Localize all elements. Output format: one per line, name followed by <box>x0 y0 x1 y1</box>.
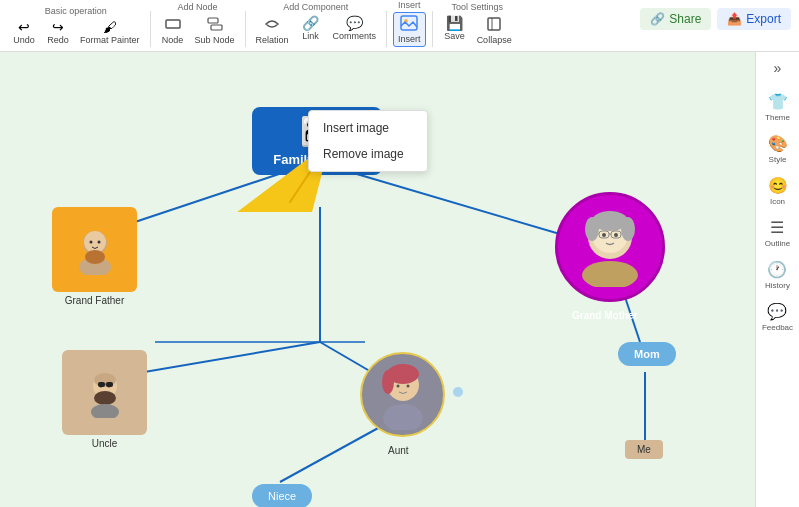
divider-1 <box>150 11 151 47</box>
svg-point-26 <box>621 217 635 241</box>
top-right-actions: 🔗 Share 📤 Export <box>640 8 791 30</box>
insert-image-item[interactable]: Insert image <box>309 115 427 141</box>
undo-button[interactable]: ↩ Undo <box>8 18 40 47</box>
sidebar-item-icon[interactable]: 😊 Icon <box>768 176 788 206</box>
node-icon <box>165 16 181 34</box>
group-label-insert: Insert <box>398 0 421 10</box>
comments-label: Comments <box>333 31 377 41</box>
insert-dropdown-menu: Insert image Remove image <box>308 110 428 172</box>
history-icon: 🕐 <box>767 260 787 279</box>
link-button[interactable]: 🔗 Link <box>295 14 327 47</box>
insert-label: Insert <box>398 34 421 44</box>
undo-icon: ↩ <box>18 20 30 34</box>
niece-label: Niece <box>268 490 296 502</box>
toolbar-group-toolsettings: Tool Settings 💾 Save Collapse <box>439 2 516 47</box>
grandfather-avatar <box>70 225 120 275</box>
share-button[interactable]: 🔗 Share <box>640 8 711 30</box>
subnode-button[interactable]: Sub Node <box>191 14 239 47</box>
save-label: Save <box>444 31 465 41</box>
svg-rect-38 <box>98 382 105 387</box>
svg-rect-2 <box>211 25 222 30</box>
feedback-icon: 💬 <box>767 302 787 321</box>
group-label-addnode: Add Node <box>178 2 218 12</box>
uncle-node[interactable]: Uncle <box>62 350 147 449</box>
niece-node[interactable]: Niece <box>252 484 312 507</box>
svg-line-14 <box>280 427 380 482</box>
redo-label: Redo <box>47 35 69 45</box>
share-icon: 🔗 <box>650 12 665 26</box>
node-button[interactable]: Node <box>157 14 189 47</box>
toolbar: Basic operation ↩ Undo ↪ Redo 🖌 Format P… <box>0 0 799 52</box>
mom-node[interactable]: Mom <box>618 342 676 366</box>
insert-button[interactable]: Insert <box>393 12 426 47</box>
history-label: History <box>765 281 790 290</box>
svg-point-35 <box>94 391 116 405</box>
relation-label: Relation <box>256 35 289 45</box>
sidebar-item-outline[interactable]: ☰ Outline <box>765 218 790 248</box>
export-button[interactable]: 📤 Export <box>717 8 791 30</box>
sidebar-item-history[interactable]: 🕐 History <box>765 260 790 290</box>
collapse-button[interactable]: Collapse <box>473 14 516 47</box>
icon-label: Icon <box>770 197 785 206</box>
right-sidebar: » 👕 Theme 🎨 Style 😊 Icon ☰ Outline 🕐 His… <box>755 52 799 507</box>
sidebar-chevron[interactable]: » <box>774 60 782 76</box>
divider-2 <box>245 11 246 47</box>
svg-point-25 <box>585 217 599 241</box>
sidebar-item-feedback[interactable]: 💬 Feedbac <box>762 302 793 332</box>
toolbar-group-addnode: Add Node Node Sub Node <box>157 2 239 47</box>
sidebar-item-style[interactable]: 🎨 Style <box>768 134 788 164</box>
svg-point-46 <box>406 384 409 387</box>
save-button[interactable]: 💾 Save <box>439 14 471 47</box>
redo-button[interactable]: ↪ Redo <box>42 18 74 47</box>
insert-image-icon <box>400 15 418 33</box>
style-label: Style <box>769 155 787 164</box>
link-icon: 🔗 <box>302 16 319 30</box>
feedback-label: Feedbac <box>762 323 793 332</box>
uncle-label: Uncle <box>92 438 118 449</box>
svg-rect-0 <box>166 20 180 28</box>
remove-image-item[interactable]: Remove image <box>309 141 427 167</box>
svg-point-20 <box>89 240 92 243</box>
share-label: Share <box>669 12 701 26</box>
save-icon: 💾 <box>446 16 463 30</box>
group-label-toolsettings: Tool Settings <box>451 2 503 12</box>
redo-icon: ↪ <box>52 20 64 34</box>
svg-point-18 <box>84 231 106 253</box>
svg-rect-5 <box>488 18 500 30</box>
toolbar-group-addcomponent: Add Component Relation 🔗 Link 💬 Comments <box>252 2 381 47</box>
svg-line-8 <box>350 172 570 237</box>
theme-label: Theme <box>765 113 790 122</box>
divider-4 <box>432 11 433 47</box>
group-label-basic: Basic operation <box>45 6 107 16</box>
theme-icon: 👕 <box>768 92 788 111</box>
format-painter-button[interactable]: 🖌 Format Painter <box>76 18 144 47</box>
grandmother-avatar <box>570 207 650 287</box>
sidebar-item-theme[interactable]: 👕 Theme <box>765 92 790 122</box>
collapse-label: Collapse <box>477 35 512 45</box>
svg-rect-39 <box>106 382 113 387</box>
svg-point-27 <box>602 233 606 237</box>
undo-label: Undo <box>13 35 35 45</box>
export-label: Export <box>746 12 781 26</box>
aunt-label: Aunt <box>388 445 409 456</box>
export-icon: 📤 <box>727 12 742 26</box>
uncle-avatar <box>80 368 130 418</box>
me-label: Me <box>637 444 651 455</box>
svg-point-32 <box>582 261 638 287</box>
comments-button[interactable]: 💬 Comments <box>329 14 381 47</box>
collapse-icon <box>486 16 502 34</box>
mindmap-canvas[interactable]: 👨‍👩‍👧‍👦 Family Pineda Grand Father <box>0 52 799 507</box>
relation-button[interactable]: Relation <box>252 14 293 47</box>
format-painter-label: Format Painter <box>80 35 140 45</box>
grandmother-label: Grand Mother <box>572 310 638 321</box>
divider-3 <box>386 11 387 47</box>
svg-point-28 <box>614 233 618 237</box>
svg-point-19 <box>85 250 105 264</box>
svg-point-41 <box>91 404 119 418</box>
aunt-node[interactable] <box>360 352 445 437</box>
format-painter-icon: 🖌 <box>103 20 117 34</box>
grandmother-node[interactable] <box>555 192 665 302</box>
grandfather-node[interactable]: Grand Father <box>52 207 137 306</box>
me-node[interactable]: Me <box>625 440 663 459</box>
aunt-avatar <box>368 360 438 430</box>
